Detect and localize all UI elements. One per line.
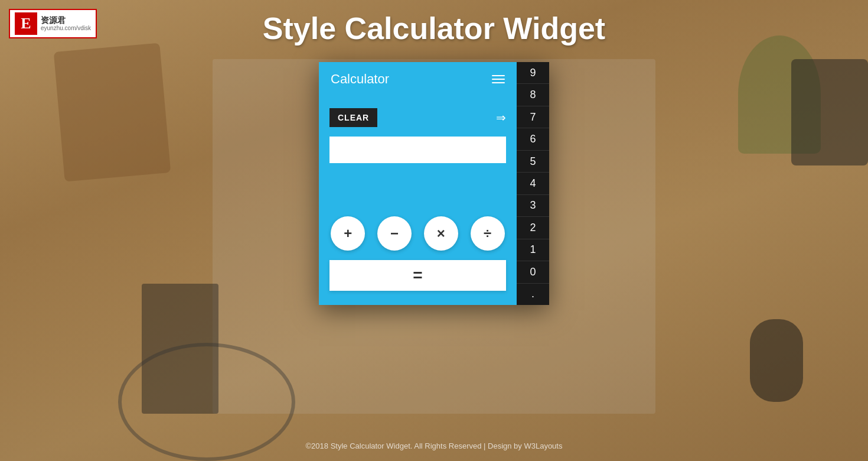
- logo-letter: E: [15, 12, 37, 35]
- calculator-display-area: CLEAR ⇒: [319, 96, 517, 210]
- bg-decor-left-object: [54, 43, 171, 182]
- add-button[interactable]: +: [331, 216, 365, 251]
- digit-7-button[interactable]: 7: [517, 106, 549, 128]
- digit-9-button[interactable]: 9: [517, 62, 549, 84]
- divide-button[interactable]: ÷: [471, 216, 505, 251]
- digit-4-button[interactable]: 4: [517, 173, 549, 194]
- logo-name: 资源君: [41, 15, 91, 25]
- display-spacer: [329, 169, 506, 204]
- menu-line-2: [492, 79, 505, 80]
- digit-5-button[interactable]: 5: [517, 151, 549, 173]
- digit-3-button[interactable]: 3: [517, 195, 549, 217]
- digit-6-button[interactable]: 6: [517, 128, 549, 150]
- bg-decor-camera: [791, 59, 868, 165]
- operators-row: + − × ÷: [319, 210, 517, 260]
- footer: ©2018 Style Calculator Widget. All Right…: [0, 441, 868, 450]
- digit-0-button[interactable]: 0: [517, 261, 549, 283]
- bg-decor-mouse: [750, 319, 803, 402]
- digit-1-button[interactable]: 1: [517, 239, 549, 261]
- calculator-title: Calculator: [331, 72, 389, 87]
- calculator-panel: Calculator CLEAR ⇒ + − × ÷: [319, 62, 517, 305]
- display-input[interactable]: [329, 137, 506, 163]
- backspace-icon[interactable]: ⇒: [496, 111, 506, 125]
- equals-row: =: [319, 260, 517, 305]
- logo: E 资源君 eyunzhu.com/vdisk: [9, 9, 97, 38]
- menu-button[interactable]: [492, 75, 505, 83]
- clear-button[interactable]: CLEAR: [329, 108, 377, 127]
- menu-line-1: [492, 75, 505, 76]
- digit-2-button[interactable]: 2: [517, 217, 549, 239]
- multiply-button[interactable]: ×: [424, 216, 458, 251]
- menu-line-3: [492, 82, 505, 83]
- calculator-header: Calculator: [319, 62, 517, 96]
- clear-row: CLEAR ⇒: [329, 108, 506, 127]
- logo-text: 资源君 eyunzhu.com/vdisk: [41, 15, 91, 33]
- equals-button[interactable]: =: [329, 260, 506, 291]
- subtract-button[interactable]: −: [377, 216, 412, 251]
- digit-8-button[interactable]: 8: [517, 84, 549, 106]
- decimal-button[interactable]: .: [517, 284, 549, 305]
- number-sidebar: 9 8 7 6 5 4 3 2 1 0 .: [517, 62, 549, 305]
- logo-url: eyunzhu.com/vdisk: [41, 25, 91, 32]
- calculator-widget: Calculator CLEAR ⇒ + − × ÷: [319, 62, 549, 305]
